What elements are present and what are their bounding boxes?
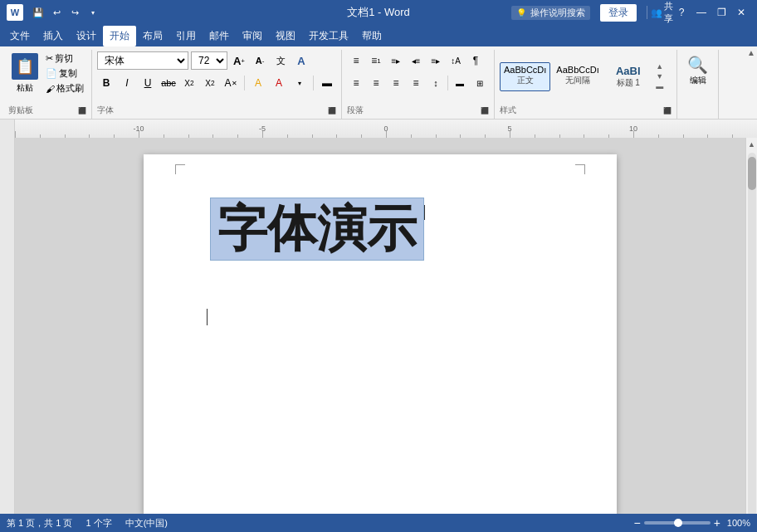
decrease-indent-btn[interactable]: ◂≡	[407, 51, 425, 70]
zoom-plus-btn[interactable]: +	[714, 516, 720, 530]
decrease-font-size-btn[interactable]: A-	[251, 51, 269, 70]
font-expand[interactable]: ⬛	[328, 107, 336, 115]
show-marks-btn[interactable]: ¶	[466, 51, 485, 70]
menu-home[interactable]: 开始	[103, 26, 136, 46]
search-help-box[interactable]: 💡 操作说明搜索	[511, 6, 590, 20]
language-info: 中文(中国)	[125, 517, 168, 530]
status-right: − + 100%	[633, 516, 750, 530]
document-page[interactable]: 字体演示	[144, 154, 617, 515]
clipboard-content: 📋 粘贴 ✂ 剪切 📄 复制 🖌 格式刷	[8, 50, 86, 103]
menu-mail[interactable]: 邮件	[203, 26, 236, 46]
font-content: 宋体 72 A+ A- 文 A B I U abc X2	[97, 50, 336, 103]
bullets-btn[interactable]: ≡	[347, 51, 365, 70]
share-label: 共享	[664, 0, 673, 25]
scroll-thumb[interactable]	[748, 157, 756, 190]
scroll-expand-arrow[interactable]: ▬	[656, 82, 663, 90]
align-left-btn[interactable]: ≡	[347, 74, 365, 92]
menu-file[interactable]: 文件	[3, 26, 37, 46]
shading-btn[interactable]: ▬	[318, 74, 336, 92]
strikethrough-btn[interactable]: abc	[159, 74, 178, 92]
help-btn[interactable]: ?	[672, 3, 691, 22]
font-color-dropdown[interactable]: ▾	[291, 74, 309, 92]
ribbon-styles: AaBbCcDı 正文 AaBbCcDı 无间隔 AaBl 标题 1 ▲ ▼ ▬…	[495, 50, 677, 119]
subscript-btn[interactable]: X2	[180, 74, 198, 92]
font-color-btn[interactable]: A	[292, 51, 310, 70]
share-btn[interactable]: 👥 共享	[652, 3, 671, 22]
superscript-btn[interactable]: X2	[201, 74, 219, 92]
align-center-btn[interactable]: ≡	[367, 74, 385, 92]
undo-btn[interactable]: ↩	[48, 4, 65, 21]
menu-developer[interactable]: 开发工具	[302, 26, 355, 46]
vertical-scrollbar[interactable]: ▲ ▼	[745, 138, 757, 531]
menu-design[interactable]: 设计	[70, 26, 103, 46]
line-spacing-btn[interactable]: ↕	[427, 74, 445, 92]
styles-label-row: 样式 ⬛	[500, 103, 672, 119]
ribbon-font: 宋体 72 A+ A- 文 A B I U abc X2	[92, 50, 342, 119]
clear-format-btn[interactable]: A✕	[222, 74, 240, 92]
document-area[interactable]: 字体演示	[15, 138, 745, 531]
styles-expand[interactable]: ⬛	[663, 107, 672, 115]
login-button[interactable]: 登录	[600, 4, 637, 22]
menu-references[interactable]: 引用	[169, 26, 203, 46]
cursor-in-selection	[424, 205, 425, 220]
menu-review[interactable]: 审阅	[236, 26, 269, 46]
font-size-select[interactable]: 72	[191, 51, 227, 70]
zoom-minus-btn[interactable]: −	[633, 516, 640, 530]
separator-2	[313, 76, 314, 90]
font-color-a-btn[interactable]: A	[270, 74, 288, 92]
scroll-up-btn[interactable]: ▲	[746, 138, 757, 151]
paste-btn[interactable]: 📋	[8, 51, 42, 81]
styles-label: 样式	[500, 103, 516, 119]
zoom-track[interactable]	[644, 521, 711, 525]
font-name-select[interactable]: 宋体	[97, 51, 188, 70]
increase-size-icon: A	[233, 55, 241, 67]
justify-btn[interactable]: ≡	[407, 74, 425, 92]
menu-view[interactable]: 视图	[269, 26, 302, 46]
restore-btn[interactable]: ❐	[712, 3, 730, 22]
cut-btn[interactable]: ✂ 剪切	[43, 51, 86, 66]
para-shading-btn[interactable]: ▬	[451, 74, 469, 92]
clipboard-expand[interactable]: ⬛	[78, 107, 86, 115]
font-label-row: 字体 ⬛	[97, 103, 336, 119]
align-right-btn[interactable]: ≡	[387, 74, 405, 92]
ribbon-collapse-btn[interactable]: ▲	[747, 48, 755, 57]
numbering-btn[interactable]: ≡1	[367, 51, 385, 70]
font-highlight-btn[interactable]: A	[249, 74, 267, 92]
style-no-spacing[interactable]: AaBbCcDı 无间隔	[552, 62, 603, 91]
menu-layout[interactable]: 布局	[136, 26, 169, 46]
underline-btn[interactable]: U	[139, 74, 157, 92]
clipboard-sub-btns: ✂ 剪切 📄 复制 🖌 格式刷	[43, 51, 86, 95]
style-heading1[interactable]: AaBl 标题 1	[605, 62, 652, 91]
document-text[interactable]: 字体演示	[217, 202, 417, 256]
copy-btn[interactable]: 📄 复制	[43, 66, 86, 81]
multilevel-btn[interactable]: ≡▸	[387, 51, 405, 70]
format-painter-btn[interactable]: 🖌 格式刷	[43, 81, 86, 95]
redo-btn[interactable]: ↪	[66, 4, 83, 21]
scroll-track[interactable]	[748, 153, 756, 516]
menu-help[interactable]: 帮助	[355, 26, 388, 46]
style-normal[interactable]: AaBbCcDı 正文	[500, 62, 550, 91]
para-expand[interactable]: ⬛	[481, 107, 489, 115]
increase-indent-btn[interactable]: ≡▸	[427, 51, 445, 70]
increase-font-size-btn[interactable]: A+	[230, 51, 248, 70]
styles-scroll[interactable]: ▲ ▼ ▬	[653, 62, 667, 90]
minimize-btn[interactable]: —	[692, 3, 711, 22]
menu-insert[interactable]: 插入	[37, 26, 70, 46]
para-sep	[447, 76, 448, 90]
save-quick-btn[interactable]: 💾	[30, 4, 46, 21]
corner-mark-tr	[575, 164, 585, 174]
search-edit-btn[interactable]: 🔍 编辑	[682, 51, 713, 90]
close-btn[interactable]: ✕	[732, 3, 750, 22]
scroll-down-arrow[interactable]: ▼	[656, 72, 663, 81]
zoom-bar: − + 100%	[633, 516, 750, 530]
bold-btn[interactable]: B	[97, 74, 115, 92]
italic-btn[interactable]: I	[118, 74, 136, 92]
scroll-up-arrow[interactable]: ▲	[656, 62, 663, 71]
borders-btn[interactable]: ⊞	[471, 74, 489, 92]
title-left: W 💾 ↩ ↪ ▾	[7, 4, 101, 21]
sort-btn[interactable]: ↕A	[447, 51, 465, 70]
left-margin	[0, 138, 15, 531]
qa-dropdown[interactable]: ▾	[85, 4, 101, 21]
copy-icon: 📄	[46, 68, 57, 79]
zoom-thumb[interactable]	[674, 519, 682, 527]
